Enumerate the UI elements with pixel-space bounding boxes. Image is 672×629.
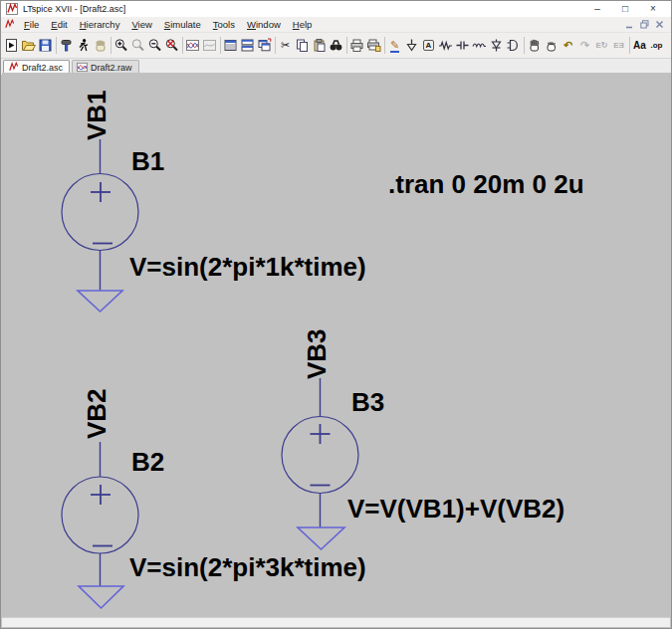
toolbar-separator [524, 37, 525, 54]
rotate-button[interactable]: E↻ [593, 35, 610, 56]
refdes-B2[interactable]: B2 [131, 449, 164, 476]
zoom-area-icon [202, 38, 217, 53]
bv-source-B1[interactable] [62, 139, 138, 291]
mirror-icon: EƎ [613, 41, 624, 50]
schematic-file-icon [8, 62, 19, 73]
wire-button[interactable]: ✎ [386, 35, 403, 56]
paste-button[interactable] [311, 35, 328, 56]
maximize-button[interactable]: □ [618, 2, 632, 16]
print-button[interactable] [348, 35, 365, 56]
zoom-in-button[interactable] [112, 35, 129, 56]
inductor-button[interactable] [471, 35, 488, 56]
copy-icon [295, 38, 310, 53]
undo-icon: ↶ [563, 40, 572, 51]
new-schematic-icon [4, 38, 19, 53]
toolbar: ✂ [1, 32, 671, 59]
cut-button[interactable]: ✂ [277, 35, 294, 56]
status-bar [2, 617, 670, 627]
mdi-restore-button[interactable] [638, 19, 650, 30]
zoom-full-extents-icon [164, 38, 179, 53]
spice-directive-button[interactable]: .op [648, 35, 665, 56]
toolbar-separator [629, 37, 630, 54]
zoom-out-icon [147, 38, 162, 53]
toolbar-separator [182, 37, 183, 54]
ground-symbol-B2[interactable] [79, 586, 123, 608]
zoom-full-extents-button[interactable] [163, 35, 180, 56]
label-net-icon: A [423, 40, 435, 51]
capacitor-button[interactable] [454, 35, 471, 56]
redo-button[interactable]: ↷ [576, 35, 593, 56]
run-button[interactable] [75, 35, 92, 56]
toolbar-separator [384, 37, 385, 54]
print-setup-button[interactable] [365, 35, 382, 56]
refdes-B3[interactable]: B3 [351, 389, 384, 416]
net-label-VB3[interactable]: VB3 [304, 323, 330, 379]
print-setup-icon [366, 38, 381, 53]
menu-bar: File Edit Hierarchy View Simulate Tools … [1, 17, 671, 32]
copy-button[interactable] [294, 35, 311, 56]
menu-edit[interactable]: Edit [45, 18, 73, 31]
zoom-out-button[interactable] [146, 35, 163, 56]
mdi-close-button[interactable] [653, 19, 665, 30]
new-schematic-button[interactable] [3, 35, 20, 56]
window-title: LTspice XVII - [Draft2.asc] [23, 4, 125, 14]
mirror-button[interactable]: EƎ [610, 35, 627, 56]
move-button[interactable] [526, 35, 543, 56]
toolbar-separator [220, 37, 221, 54]
find-button[interactable] [328, 35, 344, 56]
menu-hierarchy[interactable]: Hierarchy [74, 18, 126, 31]
menu-simulate[interactable]: Simulate [158, 18, 207, 31]
menu-help[interactable]: Help [287, 18, 319, 31]
rotate-icon: E↻ [595, 41, 607, 50]
minimize-button[interactable]: – [590, 2, 604, 16]
value-B2[interactable]: V=sin(2*pi*3k*time) [129, 554, 366, 581]
undo-button[interactable]: ↶ [560, 35, 576, 56]
menu-window[interactable]: Window [241, 18, 287, 31]
schematic-canvas[interactable]: VB1 VB2 VB3 B1 B2 B3 V=sin(2*pi*1k*time)… [2, 73, 672, 619]
label-net-button[interactable]: A [420, 35, 437, 56]
toolbar-separator [56, 37, 57, 54]
open-button[interactable] [20, 35, 37, 56]
ground-icon [404, 38, 419, 53]
toolbar-separator [111, 37, 112, 54]
net-label-VB1[interactable]: VB1 [84, 83, 110, 140]
refdes-B1[interactable]: B1 [131, 148, 164, 175]
cascade-icon [257, 38, 272, 53]
zoom-back-button[interactable] [129, 35, 146, 56]
menu-view[interactable]: View [125, 18, 157, 31]
diode-button[interactable] [488, 35, 505, 56]
cascade-button[interactable] [256, 35, 273, 56]
diode-icon [489, 38, 504, 53]
tab-label: Draft2.raw [91, 63, 132, 73]
drag-button[interactable] [543, 35, 560, 56]
tile-horizontal-icon [240, 38, 255, 53]
waveform-file-icon [77, 62, 88, 73]
resistor-button[interactable] [437, 35, 454, 56]
save-icon [38, 38, 53, 53]
zoom-area-button[interactable] [201, 35, 218, 56]
control-panel-button[interactable] [58, 35, 75, 56]
bv-source-B2[interactable] [62, 442, 138, 586]
text-button[interactable]: Aa [631, 35, 648, 56]
tile-vertical-button[interactable] [222, 35, 239, 56]
save-button[interactable] [37, 35, 54, 56]
tile-vertical-icon [223, 38, 238, 53]
capacitor-icon [455, 38, 470, 53]
value-B3[interactable]: V=V(VB1)+V(VB2) [347, 496, 564, 523]
tile-horizontal-button[interactable] [239, 35, 256, 56]
value-B1[interactable]: V=sin(2*pi*1k*time) [129, 254, 366, 281]
mdi-minimize-button[interactable] [623, 19, 635, 30]
wire-pencil-icon: ✎ [390, 39, 399, 53]
ground-symbol-B1[interactable] [78, 291, 122, 312]
spice-directive-text[interactable]: .tran 0 20m 0 2u [388, 171, 584, 198]
menu-tools[interactable]: Tools [207, 18, 241, 31]
component-button[interactable] [505, 35, 522, 56]
autorange-y-button[interactable] [184, 35, 201, 56]
menu-file[interactable]: File [18, 18, 45, 31]
close-button[interactable]: × [646, 2, 660, 16]
ground-button[interactable] [403, 35, 420, 56]
halt-button[interactable] [92, 35, 109, 56]
net-label-VB2[interactable]: VB2 [84, 381, 110, 439]
ground-symbol-B3[interactable] [298, 527, 344, 549]
ltspice-window: LTspice XVII - [Draft2.asc] – □ × File E… [0, 0, 672, 629]
